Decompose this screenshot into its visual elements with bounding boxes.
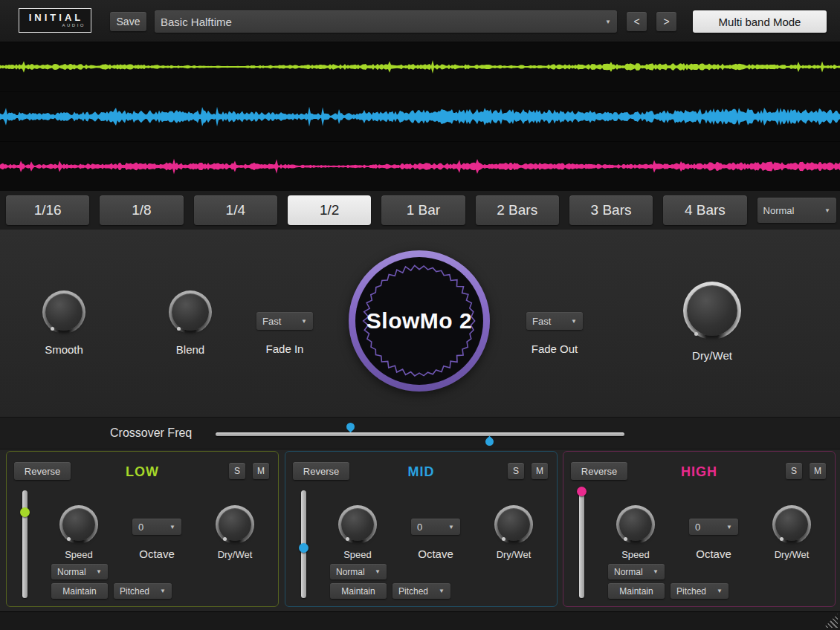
octave-label: Octave [115,548,198,560]
band-mode-dropdown[interactable]: Normal ▼ [608,564,665,579]
pitched-dropdown[interactable]: Pitched ▼ [114,583,172,599]
preset-value: Basic Halftime [161,16,232,28]
chevron-down-icon: ▼ [165,524,175,530]
chevron-down-icon: ▼ [566,318,577,325]
reverse-button[interactable]: Reverse [14,462,71,480]
chevron-down-icon: ▼ [434,588,445,594]
chevron-down-icon: ▼ [722,524,732,530]
band-level-slider[interactable] [579,490,584,598]
division-button-3-bars[interactable]: 3 Bars [569,195,653,225]
band-level-handle[interactable] [20,507,30,517]
band-drywet-label: Dry/Wet [750,549,833,560]
mute-button[interactable]: M [532,463,548,479]
chevron-down-icon: ▼ [648,568,659,575]
chevron-down-icon: ▼ [91,568,102,575]
previous-preset-button[interactable]: < [627,12,647,31]
octave-value: 0 [138,522,143,533]
octave-dropdown[interactable]: 0 ▼ [411,519,460,535]
top-bar: INITIAL AUDIO Save Basic Halftime ▼ < > … [0,0,840,42]
chevron-down-icon: ▼ [820,207,830,214]
chevron-down-icon: ▼ [370,568,381,575]
logo-subtext: AUDIO [62,23,85,28]
plugin-logo-circle: SlowMo 2 [349,250,490,392]
mute-button[interactable]: M [253,463,269,479]
preset-dropdown[interactable]: Basic Halftime ▼ [155,10,617,33]
division-row: 1/161/81/41/21 Bar2 Bars3 Bars4 Bars Nor… [0,191,840,230]
solo-button[interactable]: S [508,463,524,479]
pitched-dropdown[interactable]: Pitched ▼ [671,583,728,599]
playback-mode-dropdown[interactable]: Normal ▼ [757,198,836,223]
speed-knob[interactable] [59,505,98,544]
band-drywet-knob[interactable] [772,505,811,544]
octave-label: Octave [672,548,755,560]
band-drywet-knob[interactable] [494,505,533,544]
smooth-knob[interactable] [42,290,85,334]
chevron-down-icon: ▼ [444,524,454,530]
division-button-2-bars[interactable]: 2 Bars [476,195,559,225]
save-button[interactable]: Save [110,12,146,31]
octave-value: 0 [417,522,422,533]
pitched-value: Pitched [676,586,706,597]
maintain-button[interactable]: Maintain [51,583,108,599]
chevron-down-icon: ▼ [712,588,723,594]
band-drywet-label: Dry/Wet [472,549,555,560]
plugin-title: SlowMo 2 [366,308,472,334]
band-panel-mid: MID Reverse S M Speed 0 ▼ Octave Dry/Wet… [285,451,558,607]
mute-button[interactable]: M [810,463,826,479]
band-mode-value: Normal [336,567,365,577]
next-preset-button[interactable]: > [656,12,676,31]
division-button-1-2[interactable]: 1/2 [288,195,371,225]
speed-label: Speed [594,549,677,560]
maintain-button[interactable]: Maintain [608,583,665,599]
division-button-4-bars[interactable]: 4 Bars [663,195,746,225]
octave-dropdown[interactable]: 0 ▼ [689,519,738,535]
division-button-1-16[interactable]: 1/16 [6,195,89,225]
waveform-display [0,42,840,191]
fade-out-label: Fade Out [532,342,578,355]
drywet-control: Dry/Wet [668,282,757,362]
band-drywet-label: Dry/Wet [193,549,277,560]
solo-button[interactable]: S [229,463,245,479]
band-drywet-knob[interactable] [216,505,254,544]
band-level-handle[interactable] [577,487,587,496]
fade-out-dropdown[interactable]: Fast ▼ [526,312,583,330]
band-mode-value: Normal [614,567,643,577]
drywet-knob[interactable] [683,282,741,340]
band-level-handle[interactable] [299,543,308,553]
chevron-down-icon: ▼ [155,588,166,594]
fade-out-control: Fast ▼ Fade Out [510,312,599,355]
band-mode-dropdown[interactable]: Normal ▼ [51,564,108,579]
initial-audio-logo: INITIAL AUDIO [19,8,91,33]
band-level-slider[interactable] [22,490,28,598]
fade-in-label: Fade In [266,342,304,355]
octave-dropdown[interactable]: 0 ▼ [132,519,181,535]
division-button-1-8[interactable]: 1/8 [100,195,183,225]
pitched-dropdown[interactable]: Pitched ▼ [392,583,450,599]
speed-knob[interactable] [616,505,655,544]
division-button-1-bar[interactable]: 1 Bar [381,195,465,225]
crossover-section: Crossover Freq [0,417,840,449]
blend-knob[interactable] [169,290,212,334]
band-level-slider[interactable] [301,490,306,598]
multi-band-mode-button[interactable]: Multi band Mode [693,10,827,33]
reverse-button[interactable]: Reverse [293,462,349,480]
crossover-handle-1[interactable] [345,421,357,433]
division-button-1-4[interactable]: 1/4 [194,195,277,225]
slowmo2-plugin-window: INITIAL AUDIO Save Basic Halftime ▼ < > … [0,0,840,630]
speed-knob[interactable] [338,505,377,544]
resize-grip[interactable] [824,614,838,628]
crossover-handle-2[interactable] [484,436,496,448]
high-band-waveform [0,142,840,192]
solo-button[interactable]: S [786,463,802,479]
playback-mode-value: Normal [763,205,795,216]
band-mode-dropdown[interactable]: Normal ▼ [330,564,387,579]
fade-in-dropdown[interactable]: Fast ▼ [256,312,313,330]
low-band-waveform [0,42,840,92]
fade-in-control: Fast ▼ Fade In [240,312,329,355]
maintain-button[interactable]: Maintain [330,583,387,599]
fade-out-value: Fast [532,316,551,327]
crossover-slider[interactable] [216,432,624,436]
main-controls: Smooth Blend Fast ▼ Fade In SlowMo 2 Fas… [0,230,840,417]
pitched-value: Pitched [120,586,149,597]
reverse-button[interactable]: Reverse [571,462,627,480]
